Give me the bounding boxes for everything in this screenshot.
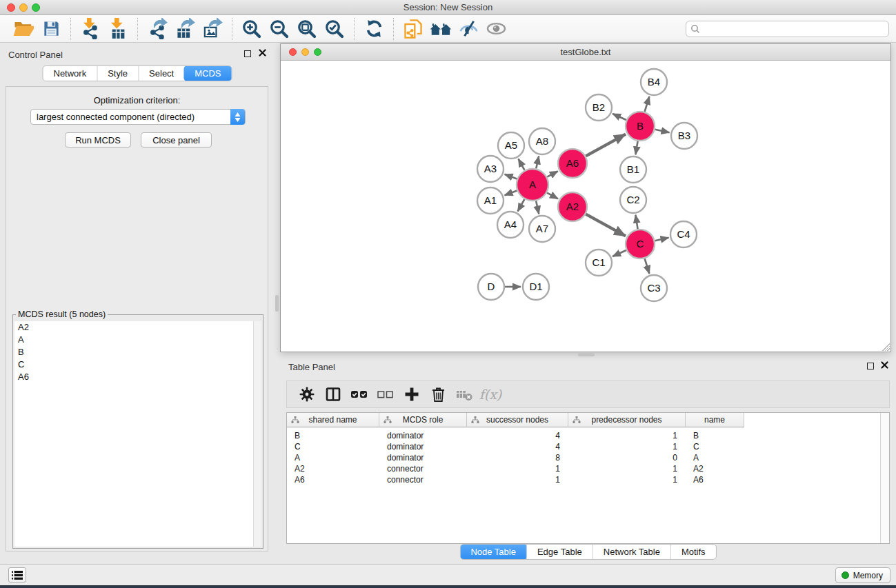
edge-A-A5[interactable] <box>519 159 525 170</box>
node-A7[interactable]: A7 <box>529 216 555 242</box>
node-A6[interactable]: A6 <box>558 149 587 178</box>
node-C1[interactable]: C1 <box>586 250 612 276</box>
refresh-button[interactable] <box>360 17 388 41</box>
node-B4[interactable]: B4 <box>641 69 667 95</box>
tab-node-table[interactable]: Node Table <box>459 544 527 560</box>
edge-A-A8[interactable] <box>536 156 539 169</box>
select-all-button[interactable] <box>348 383 371 405</box>
clone-network-button[interactable] <box>399 17 427 41</box>
export-network-button[interactable] <box>143 17 171 41</box>
edge-B-B2[interactable] <box>613 114 626 120</box>
close-panel-icon[interactable] <box>259 49 266 57</box>
node-B2[interactable]: B2 <box>586 94 612 121</box>
node-C[interactable]: C <box>626 230 655 258</box>
import-network-button[interactable] <box>77 17 104 41</box>
settings-button[interactable] <box>295 383 319 405</box>
edge-B-B4[interactable] <box>645 97 650 112</box>
float-panel-icon[interactable] <box>244 50 251 57</box>
table-float-panel-icon[interactable] <box>867 363 874 369</box>
hide-selected-button[interactable] <box>455 17 482 41</box>
open-button[interactable] <box>10 17 37 41</box>
close-panel-button[interactable]: Close panel <box>141 132 212 148</box>
node-A8[interactable]: A8 <box>529 128 555 154</box>
node-A5[interactable]: A5 <box>498 132 524 159</box>
add-button[interactable] <box>400 383 424 405</box>
deselect-all-button[interactable] <box>374 383 397 405</box>
result-item[interactable]: A <box>14 334 261 346</box>
column-header-successor-nodes[interactable]: successor nodes <box>467 413 568 427</box>
home-button[interactable] <box>427 17 455 41</box>
node-A3[interactable]: A3 <box>477 156 504 182</box>
run-mcds-button[interactable]: Run MCDS <box>65 132 131 148</box>
tab-network[interactable]: Network <box>43 66 97 81</box>
node-C2[interactable]: C2 <box>620 187 646 213</box>
edge-C-C1[interactable] <box>613 250 626 256</box>
table-row[interactable]: Cdominator41C <box>287 441 744 452</box>
network-minimize-button[interactable] <box>301 48 309 56</box>
tab-style[interactable]: Style <box>97 66 138 81</box>
edge-B-B1[interactable] <box>635 141 637 155</box>
tab-edge-table[interactable]: Edge Table <box>526 545 593 559</box>
edge-A-A1[interactable] <box>505 191 517 196</box>
table-row[interactable]: Adominator80A <box>287 452 744 463</box>
column-header-MCDS-role[interactable]: MCDS role <box>379 413 467 427</box>
criterion-select[interactable]: largest connected component (directed) <box>30 109 246 125</box>
zoom-fit-button[interactable] <box>293 17 321 41</box>
edge-A-A7[interactable] <box>536 201 539 214</box>
column-header-name[interactable]: name <box>686 413 744 427</box>
node-D[interactable]: D <box>478 274 504 300</box>
zoom-selected-button[interactable] <box>321 17 348 41</box>
memory-button[interactable]: Memory <box>835 567 890 583</box>
node-C3[interactable]: C3 <box>641 275 667 301</box>
edge-C-C2[interactable] <box>635 215 637 230</box>
result-scrollbar[interactable] <box>253 321 261 547</box>
tab-motifs[interactable]: Motifs <box>670 545 716 559</box>
table-row[interactable]: Bdominator41B <box>287 430 744 441</box>
node-C4[interactable]: C4 <box>670 221 697 247</box>
edge-A-A3[interactable] <box>505 174 517 179</box>
edge-A-A4[interactable] <box>518 199 525 212</box>
node-B3[interactable]: B3 <box>671 123 697 149</box>
zoom-out-button[interactable] <box>266 17 293 41</box>
maximize-window-button[interactable] <box>32 3 40 12</box>
node-A2[interactable]: A2 <box>558 192 587 221</box>
edge-C-C4[interactable] <box>655 238 669 241</box>
tab-select[interactable]: Select <box>138 66 184 81</box>
vertical-splitter-handle[interactable] <box>275 295 279 312</box>
column-header-shared-name[interactable]: shared name <box>287 413 379 427</box>
tab-network-table[interactable]: Network Table <box>593 545 670 559</box>
network-canvas[interactable]: B4B2BB3A5A8A6A3B1AA1C2A2A4A7C4CC1C3DD1 <box>281 61 890 352</box>
import-table-button[interactable] <box>104 17 132 41</box>
edge-A6-B[interactable] <box>586 134 626 156</box>
result-item[interactable]: A2 <box>14 321 261 334</box>
node-B[interactable]: B <box>626 112 655 141</box>
edge-C-C3[interactable] <box>645 258 650 274</box>
table-close-panel-icon[interactable] <box>881 361 888 369</box>
edge-A-A2[interactable] <box>547 193 558 199</box>
tab-mcds[interactable]: MCDS <box>183 65 232 81</box>
minimize-window-button[interactable] <box>19 3 28 12</box>
table-scrollbar[interactable] <box>880 413 889 543</box>
node-A[interactable]: A <box>517 169 548 201</box>
edge-B-B3[interactable] <box>655 130 670 133</box>
resize-grip[interactable] <box>881 342 890 351</box>
table-row[interactable]: A2connector11A2 <box>287 463 744 474</box>
zoom-in-button[interactable] <box>238 17 266 41</box>
result-item[interactable]: A6 <box>14 371 261 383</box>
show-panel-list-button[interactable] <box>8 567 26 582</box>
node-D1[interactable]: D1 <box>523 274 549 300</box>
search-input[interactable] <box>686 21 889 37</box>
network-maximize-button[interactable] <box>314 48 321 56</box>
edge-A-A6[interactable] <box>547 171 558 176</box>
columns-button[interactable] <box>321 383 345 405</box>
network-close-button[interactable] <box>289 48 297 56</box>
export-image-button[interactable] <box>199 17 226 41</box>
close-window-button[interactable] <box>7 3 15 12</box>
node-B1[interactable]: B1 <box>620 156 646 183</box>
show-selected-button[interactable] <box>482 17 510 41</box>
edge-A2-C[interactable] <box>586 214 626 236</box>
delete-button[interactable] <box>426 383 450 405</box>
node-A1[interactable]: A1 <box>477 187 504 214</box>
table-row[interactable]: A6connector11A6 <box>287 474 744 485</box>
result-item[interactable]: C <box>14 358 261 371</box>
